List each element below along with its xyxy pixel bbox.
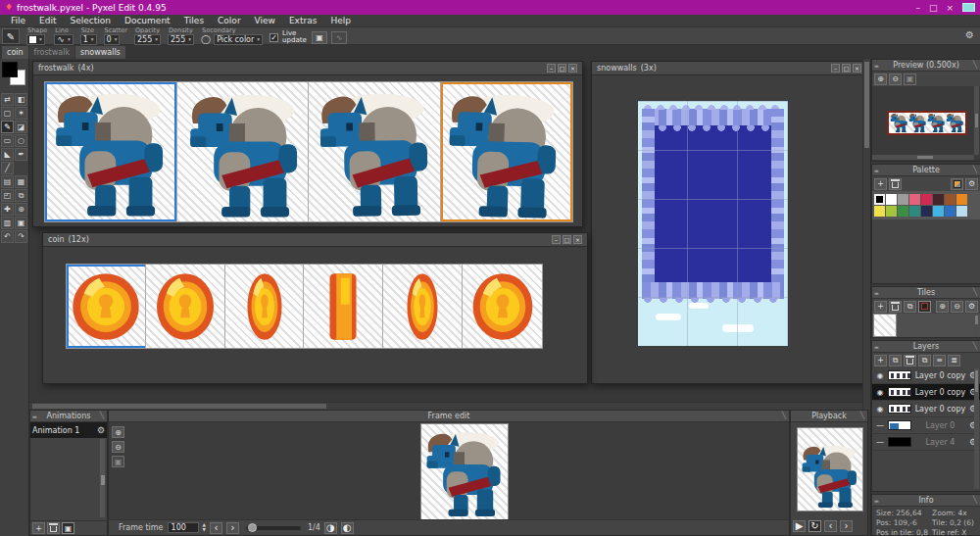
palette-swatch[interactable] — [886, 206, 897, 217]
window-maximize-button[interactable]: □ — [563, 235, 571, 244]
reset-colors-button[interactable]: ◧ — [15, 93, 27, 106]
pin-icon[interactable]: ╲ — [973, 342, 977, 350]
eraser-tool[interactable]: ◪ — [15, 121, 27, 133]
scrollbar-thumb[interactable] — [917, 156, 933, 159]
menu-view[interactable]: View — [248, 16, 282, 25]
pin-icon[interactable]: ╲ — [973, 61, 977, 69]
settings-gear-icon[interactable]: ⚙ — [965, 29, 974, 40]
ellipse-tool[interactable]: ○ — [15, 134, 27, 147]
tile-select-tool[interactable]: ◰ — [1, 189, 14, 202]
opacity-dropdown[interactable]: 255▾ — [134, 34, 161, 45]
merge-down-button[interactable]: ≡ — [933, 355, 946, 366]
animation-frame-2[interactable] — [177, 82, 310, 221]
palette-swatch[interactable] — [945, 194, 956, 205]
play-button[interactable]: ▶ — [793, 520, 806, 532]
coin-frame-4[interactable] — [304, 265, 383, 348]
preview-viewport[interactable] — [872, 86, 980, 161]
animation-frame-4[interactable] — [441, 82, 573, 221]
preview-zoom-out-button[interactable]: ⊖ — [889, 73, 902, 85]
layer-row[interactable]: ◉ Layer 0 copy ⚙ — [872, 367, 980, 384]
layer-row[interactable]: — Layer 0 ⚙ — [872, 417, 980, 434]
menu-file[interactable]: File — [4, 16, 32, 25]
window-maximize-button[interactable]: □ — [558, 64, 566, 73]
tile-thumbnail[interactable] — [873, 314, 897, 337]
next-frame-button[interactable]: › — [840, 520, 853, 532]
palette-swatch[interactable] — [874, 194, 885, 205]
delete-tile-button[interactable] — [889, 301, 902, 313]
window-titlebar[interactable]: frostwalk (4x) – □ × — [33, 62, 582, 75]
preview-vscrollbar[interactable] — [974, 86, 979, 155]
duplicate-layer-button[interactable]: ⧉ — [889, 355, 902, 366]
animation-frame-3[interactable] — [309, 82, 441, 221]
coin-canvas[interactable] — [66, 264, 543, 349]
loop-button[interactable]: ↻ — [808, 520, 821, 532]
workspace-vertical-scrollbar[interactable] — [862, 59, 870, 410]
dither-tool[interactable]: ▦ — [15, 175, 27, 188]
onion-skin-next-button[interactable]: ◐ — [341, 522, 354, 534]
preview-mode-button[interactable]: ▣ — [312, 31, 327, 44]
preview-hscrollbar[interactable] — [872, 155, 974, 160]
palette-swatch[interactable] — [933, 206, 944, 217]
palette-swatch[interactable] — [909, 206, 920, 217]
pencil-tool[interactable]: ✎ — [1, 121, 14, 133]
undo-button[interactable]: ↶ — [1, 230, 14, 243]
layer-row[interactable]: ◉ Layer 0 copy ⚙ — [872, 401, 980, 417]
menu-extras[interactable]: Extras — [282, 16, 323, 25]
frame-fit-button[interactable]: ▣ — [112, 456, 124, 467]
sort-colors-button[interactable] — [951, 178, 963, 190]
palette-swatch[interactable] — [898, 194, 908, 205]
duplicate-tile-button[interactable]: ⧉ — [904, 301, 916, 313]
add-tile-button[interactable]: + — [874, 301, 887, 313]
tiles-zoom-out-button[interactable]: ⊖ — [951, 301, 963, 313]
step-down-icon[interactable]: ▼ — [203, 528, 206, 532]
frostwalk-canvas[interactable] — [44, 81, 573, 222]
palette-swatch[interactable] — [874, 206, 885, 217]
scrollbar-thumb[interactable] — [864, 62, 869, 148]
rectangle-tool[interactable]: ▭ — [1, 134, 14, 147]
scrollbar-thumb[interactable] — [101, 475, 105, 485]
frame-time-input[interactable]: 100 — [168, 522, 199, 533]
scrollbar-thumb[interactable] — [975, 114, 978, 127]
window-titlebar[interactable]: snowwalls (3x) – □ × — [592, 62, 866, 75]
palette-swatch[interactable] — [945, 206, 956, 217]
pin-icon[interactable]: ╲ — [860, 412, 864, 419]
pen-tool[interactable]: ✒ — [15, 148, 27, 161]
density-dropdown[interactable]: 255▾ — [168, 34, 194, 45]
pick-color-dropdown[interactable]: Pick color▾ — [214, 34, 263, 45]
pin-icon[interactable]: ╲ — [973, 496, 977, 504]
swap-colors-button[interactable]: ⇄ — [1, 93, 14, 106]
pin-icon[interactable]: ╲ — [973, 166, 977, 173]
preview-fit-button[interactable]: ▣ — [904, 73, 916, 85]
add-color-button[interactable]: + — [874, 178, 887, 190]
frame-toggle[interactable]: ▣ — [15, 217, 27, 229]
size-dropdown[interactable]: 1▾ — [80, 34, 97, 45]
palette-swatch[interactable] — [921, 194, 932, 205]
window-minimize-button[interactable]: – — [552, 235, 561, 244]
add-layer-button[interactable]: + — [874, 355, 887, 366]
snowwalls-canvas[interactable] — [638, 101, 788, 346]
coin-frame-6[interactable] — [463, 265, 542, 348]
next-frame-button[interactable]: › — [226, 522, 239, 534]
frame-edit-canvas[interactable] — [420, 423, 509, 521]
window-titlebar[interactable]: coin (12x) – □ × — [43, 233, 587, 247]
close-button[interactable]: × — [946, 3, 954, 13]
menu-tiles[interactable]: Tiles — [177, 16, 211, 25]
palette-swatch[interactable] — [898, 206, 908, 217]
window-close-button[interactable]: × — [853, 64, 861, 73]
tab-snowwalls[interactable]: snowwalls — [75, 46, 125, 59]
copy-layer-button[interactable]: ⧉ — [918, 355, 931, 366]
fill-tool[interactable]: ◣ — [1, 148, 14, 161]
maximize-button[interactable]: □ — [929, 3, 938, 13]
pin-icon[interactable]: ╲ — [100, 412, 104, 419]
coin-frame-1[interactable] — [67, 265, 146, 348]
palette-swatch[interactable] — [909, 194, 920, 205]
delete-color-button[interactable] — [889, 178, 902, 190]
collapse-icon[interactable]: ▬ — [874, 498, 879, 504]
line-dropdown[interactable]: ∿▾ — [54, 34, 73, 45]
live-update-checkbox[interactable]: ✓ — [270, 33, 278, 42]
tab-coin[interactable]: coin — [2, 46, 28, 59]
primary-color-swatch[interactable] — [2, 62, 18, 77]
animation-frame-1[interactable] — [45, 82, 177, 221]
zoom-tool[interactable]: ⊕ — [15, 203, 27, 216]
frame-zoom-in-button[interactable]: ⊕ — [112, 426, 124, 438]
